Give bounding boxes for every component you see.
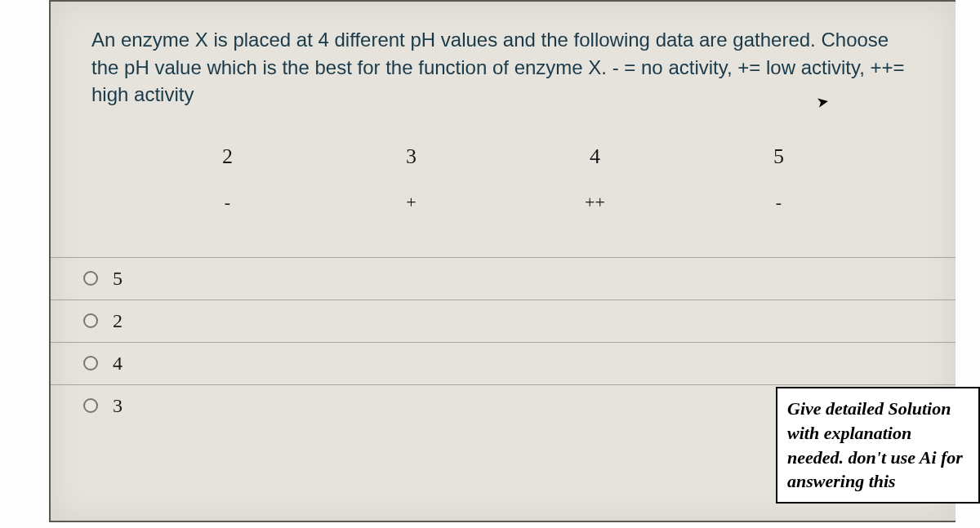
option-label: 5 xyxy=(113,268,122,290)
option-row[interactable]: 2 xyxy=(51,300,956,343)
option-label: 4 xyxy=(113,353,122,375)
instruction-note: Give detailed Solution with explanation … xyxy=(776,387,980,504)
table-value-row: - + ++ - xyxy=(136,180,871,224)
option-label: 3 xyxy=(113,395,122,417)
option-label: 2 xyxy=(113,310,122,332)
ph-header: 5 xyxy=(730,144,828,169)
radio-icon[interactable] xyxy=(83,271,98,286)
activity-value: + xyxy=(363,192,461,213)
activity-value: - xyxy=(179,192,277,213)
radio-icon[interactable] xyxy=(83,398,98,413)
ph-header: 3 xyxy=(363,144,461,169)
radio-icon[interactable] xyxy=(83,356,98,370)
activity-value: ++ xyxy=(546,192,644,213)
option-row[interactable]: 5 xyxy=(51,258,956,300)
activity-value: - xyxy=(730,192,828,213)
question-text: An enzyme X is placed at 4 different pH … xyxy=(51,2,956,109)
table-header-row: 2 3 4 5 xyxy=(136,133,871,180)
data-table: 2 3 4 5 - + ++ - xyxy=(136,133,871,224)
ph-header: 2 xyxy=(179,144,277,169)
ph-header: 4 xyxy=(546,144,644,169)
radio-icon[interactable] xyxy=(83,313,98,328)
option-row[interactable]: 4 xyxy=(51,343,956,385)
